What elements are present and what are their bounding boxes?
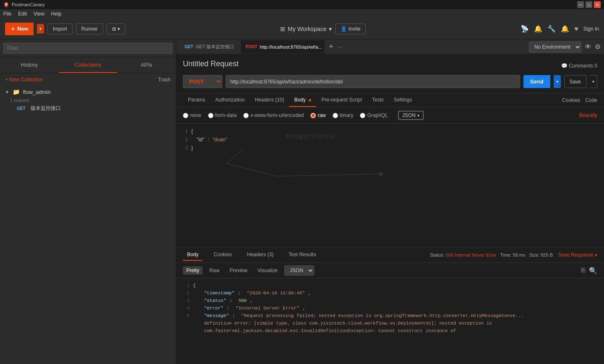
req-tab-prerequest[interactable]: Pre-request Script: [316, 94, 367, 107]
runner-button[interactable]: Runner: [76, 23, 103, 34]
req-tab-settings[interactable]: Settings: [389, 94, 417, 107]
radio-binary-input[interactable]: [333, 113, 338, 118]
resp-raw-button[interactable]: Raw: [206, 266, 223, 275]
code-val-duan: "duan": [213, 135, 227, 144]
send-arrow-button[interactable]: ▾: [554, 75, 561, 88]
request-tabs-right: Cookies Code: [562, 97, 597, 103]
settings-icon-button[interactable]: ⚙: [595, 43, 601, 51]
status-value: 500 Internal Server Error: [445, 252, 496, 257]
tabs-bar: GET GET 版本监控接口 POST http://localhost:876…: [176, 39, 604, 55]
resp-right-actions: ⎘ 🔍: [581, 267, 597, 275]
comments-link[interactable]: 💬 Comments 0: [561, 63, 597, 69]
invite-button[interactable]: 👤 Invite: [335, 23, 366, 34]
resp-visualize-button[interactable]: Visualize: [254, 266, 281, 275]
send-button[interactable]: Send: [523, 75, 550, 88]
search-input[interactable]: [3, 43, 172, 54]
resp-tab-headers-label: Headers (3): [247, 252, 273, 257]
trash-button[interactable]: Trash: [158, 77, 171, 83]
collection-flow-admin[interactable]: ▼ 📁 flow_admin: [0, 86, 176, 98]
notifications-icon-button[interactable]: 🔔: [561, 25, 569, 33]
resp-copy-icon-button[interactable]: ⎘: [581, 267, 586, 275]
beautify-button[interactable]: Beautify: [579, 112, 597, 118]
sidebar-tab-apis[interactable]: APIs: [117, 57, 176, 73]
new-arrow-button[interactable]: ▾: [37, 24, 44, 34]
json-format-selector[interactable]: JSON ▾: [398, 111, 424, 120]
code-line-2: 2 "id":"duan": [180, 135, 601, 144]
menu-view[interactable]: View: [34, 11, 44, 17]
add-tab-button[interactable]: +: [326, 42, 336, 51]
resp-tab-headers[interactable]: Headers (3): [243, 249, 278, 261]
resp-tab-cookies[interactable]: Cookies: [209, 249, 236, 261]
tab-get-version[interactable]: GET GET 版本监控接口: [180, 40, 239, 54]
save-arrow-button[interactable]: ▾: [590, 75, 597, 88]
sidebar-tab-history[interactable]: History: [0, 57, 59, 73]
collection-sub: 1 request: [0, 98, 176, 103]
code-line-1: 1 {: [180, 127, 601, 135]
api-builder-button[interactable]: ⊞ ▾: [107, 23, 125, 34]
sidebar-tab-collections[interactable]: Collections: [59, 57, 117, 73]
resp-line-6: definition error: [simple type, class co…: [181, 320, 599, 327]
radio-raw-label: raw: [318, 112, 325, 118]
method-select[interactable]: POST GET PUT DELETE: [183, 75, 222, 88]
tab-post-label: http://localhost:8765/api/wf/a...: [260, 44, 322, 49]
minimize-button[interactable]: ─: [577, 1, 584, 8]
menu-edit[interactable]: Edit: [18, 11, 27, 17]
workspace-label: My Workspace: [288, 26, 326, 32]
menu-file[interactable]: File: [3, 11, 11, 17]
tab-post-active[interactable]: POST http://localhost:8765/api/wf/a...: [241, 40, 325, 54]
sign-in-button[interactable]: Sign In: [583, 26, 599, 32]
workspace-button[interactable]: ⊞ My Workspace ▾: [280, 26, 332, 32]
req-tab-params[interactable]: Params: [183, 94, 210, 107]
save-button[interactable]: Save: [564, 75, 586, 88]
req-tab-body[interactable]: Body: [289, 94, 316, 107]
menu-help[interactable]: Help: [51, 11, 62, 17]
save-response-arrow-icon[interactable]: ▾: [595, 252, 597, 257]
maximize-button[interactable]: □: [586, 1, 592, 8]
bell-icon-button[interactable]: 🔔: [534, 25, 542, 33]
resp-format-select[interactable]: JSON: [284, 265, 314, 276]
cookies-link[interactable]: Cookies: [562, 97, 580, 103]
resp-tab-test-results[interactable]: Test Results: [284, 249, 320, 261]
new-button[interactable]: ＋ New: [5, 23, 34, 35]
save-response-button[interactable]: Save Response: [558, 252, 594, 258]
req-tab-headers[interactable]: Headers (10): [250, 94, 289, 107]
antenna-icon-button[interactable]: 📡: [521, 25, 529, 33]
environment-select[interactable]: No Environment: [529, 42, 581, 52]
new-collection-button[interactable]: + New Collection: [5, 77, 43, 83]
radio-form-data-label: form-data: [215, 112, 237, 118]
response-status: Status: 500 Internal Server Error Time: …: [430, 252, 597, 258]
resp-preview-button[interactable]: Preview: [226, 266, 251, 275]
radio-urlencoded[interactable]: x-www-form-urlencoded: [243, 112, 304, 118]
radio-none[interactable]: none: [183, 112, 201, 118]
import-button[interactable]: Import: [47, 23, 73, 34]
resp-tab-body[interactable]: Body: [183, 249, 203, 261]
request-item-get[interactable]: GET 版本监控接口: [0, 103, 176, 114]
code-link[interactable]: Code: [585, 97, 597, 103]
more-tabs-button[interactable]: ···: [338, 44, 342, 50]
radio-raw[interactable]: raw: [310, 112, 325, 118]
resp-search-icon-button[interactable]: 🔍: [589, 267, 597, 275]
radio-graphql-input[interactable]: [360, 113, 365, 118]
request-title-row: Untitled Request 💬 Comments 0: [183, 60, 597, 72]
radio-form-data[interactable]: form-data: [208, 112, 237, 118]
radio-raw-input[interactable]: [310, 113, 316, 118]
resp-tab-body-label: Body: [187, 252, 198, 257]
req-tab-tests[interactable]: Tests: [367, 94, 389, 107]
radio-binary[interactable]: binary: [333, 112, 354, 118]
eye-icon-button[interactable]: 👁: [585, 43, 591, 51]
menubar: File Edit View Help: [0, 9, 604, 18]
resp-pretty-button[interactable]: Pretty: [183, 266, 203, 275]
resp-line-7: com.fasterxml.jackson.databind.exc.Inval…: [181, 327, 599, 335]
req-tab-authorization[interactable]: Authorization: [210, 94, 250, 107]
radio-form-data-input[interactable]: [208, 113, 213, 118]
main-area: History Collections APIs + New Collectio…: [0, 39, 604, 364]
radio-graphql[interactable]: GraphQL: [360, 112, 388, 118]
radio-none-input[interactable]: [183, 113, 188, 118]
folder-icon: 📁: [13, 88, 20, 95]
request-name: 版本监控接口: [31, 105, 61, 112]
wrench-icon-button[interactable]: 🔧: [547, 25, 556, 33]
radio-urlencoded-input[interactable]: [243, 113, 249, 118]
heart-icon-button[interactable]: ♥: [574, 25, 578, 33]
url-input[interactable]: [226, 75, 520, 88]
close-button[interactable]: ✕: [594, 1, 601, 8]
